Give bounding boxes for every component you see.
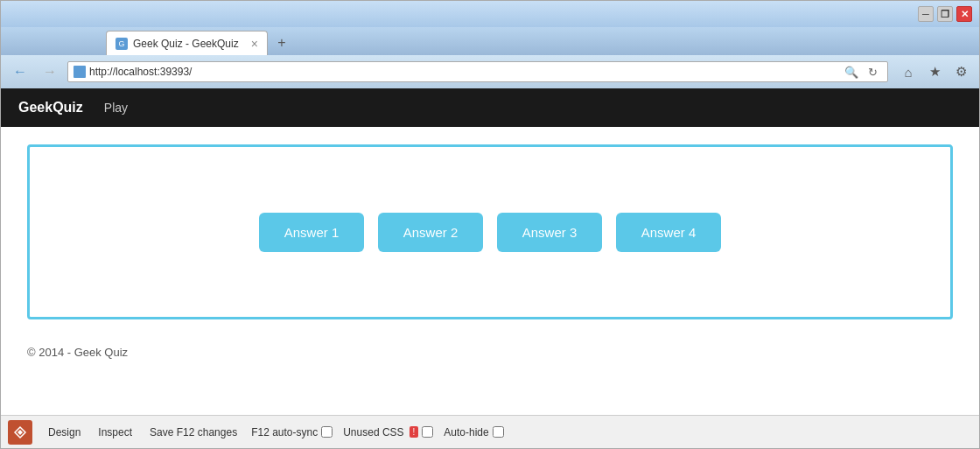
main-area: Answer 1 Answer 2 Answer 3 Answer 4 © 20… xyxy=(1,127,979,415)
autohide-label: Auto-hide xyxy=(444,426,488,438)
home-icon[interactable]: ⌂ xyxy=(897,60,920,83)
dev-toolbar: Design Inspect Save F12 changes F12 auto… xyxy=(1,415,979,448)
address-favicon xyxy=(74,66,86,78)
autohide-group: Auto-hide xyxy=(438,426,508,438)
navbar: GeekQuiz Play xyxy=(1,88,979,127)
design-button[interactable]: Design xyxy=(39,423,89,442)
footer: © 2014 - Geek Quiz xyxy=(27,337,953,368)
new-tab-button[interactable]: + xyxy=(268,31,296,55)
save-button[interactable]: Save F12 changes xyxy=(141,423,246,442)
refresh-icon[interactable]: ↻ xyxy=(863,62,882,81)
settings-icon[interactable]: ⚙ xyxy=(949,60,972,83)
minimize-button[interactable]: ─ xyxy=(918,6,934,22)
tab-close-button[interactable]: × xyxy=(251,37,258,51)
title-bar: ─ ❐ ✕ xyxy=(1,1,979,27)
toolbar-right: ⌂ ★ ⚙ xyxy=(897,60,972,83)
answer4-button[interactable]: Answer 4 xyxy=(616,213,721,252)
unusedcss-checkbox[interactable] xyxy=(422,426,433,438)
favorites-icon[interactable]: ★ xyxy=(923,60,946,83)
tab-bar: G Geek Quiz - GeekQuiz × + xyxy=(1,27,979,55)
footer-text: © 2014 - Geek Quiz xyxy=(27,346,128,359)
tab-favicon: G xyxy=(116,38,128,50)
svg-marker-1 xyxy=(18,430,23,435)
autosync-group: F12 auto-sync xyxy=(246,426,338,438)
close-button[interactable]: ✕ xyxy=(956,6,972,22)
quiz-box: Answer 1 Answer 2 Answer 3 Answer 4 xyxy=(27,144,953,319)
search-icon[interactable]: 🔍 xyxy=(842,62,861,81)
navbar-brand[interactable]: GeekQuiz xyxy=(18,100,83,116)
unusedcss-badge: ! xyxy=(410,426,419,438)
devtools-logo xyxy=(8,420,32,445)
autosync-checkbox[interactable] xyxy=(321,426,332,438)
autosync-label: F12 auto-sync xyxy=(251,426,318,438)
address-text[interactable]: http://localhost:39393/ xyxy=(89,66,838,78)
answer2-button[interactable]: Answer 2 xyxy=(378,213,483,252)
unusedcss-label: Unused CSS xyxy=(343,426,403,438)
forward-button[interactable]: → xyxy=(38,60,62,83)
autohide-checkbox[interactable] xyxy=(493,426,504,438)
answer3-button[interactable]: Answer 3 xyxy=(497,213,602,252)
navbar-play-link[interactable]: Play xyxy=(104,101,128,115)
browser-tab[interactable]: G Geek Quiz - GeekQuiz × xyxy=(106,31,268,55)
tab-label: Geek Quiz - GeekQuiz xyxy=(133,38,239,50)
answer1-button[interactable]: Answer 1 xyxy=(259,213,364,252)
address-input-wrap: http://localhost:39393/ 🔍 ↻ xyxy=(67,61,888,82)
address-bar: ← → http://localhost:39393/ 🔍 ↻ ⌂ ★ ⚙ xyxy=(1,55,979,88)
back-button[interactable]: ← xyxy=(8,60,32,83)
restore-button[interactable]: ❐ xyxy=(937,6,953,22)
inspect-button[interactable]: Inspect xyxy=(89,423,141,442)
page-content: GeekQuiz Play Answer 1 Answer 2 Answer 3… xyxy=(1,88,979,415)
unusedcss-group: Unused CSS ! xyxy=(338,426,438,438)
browser-window: ─ ❐ ✕ G Geek Quiz - GeekQuiz × + ← → htt… xyxy=(0,0,980,449)
address-actions: 🔍 ↻ xyxy=(842,62,882,81)
